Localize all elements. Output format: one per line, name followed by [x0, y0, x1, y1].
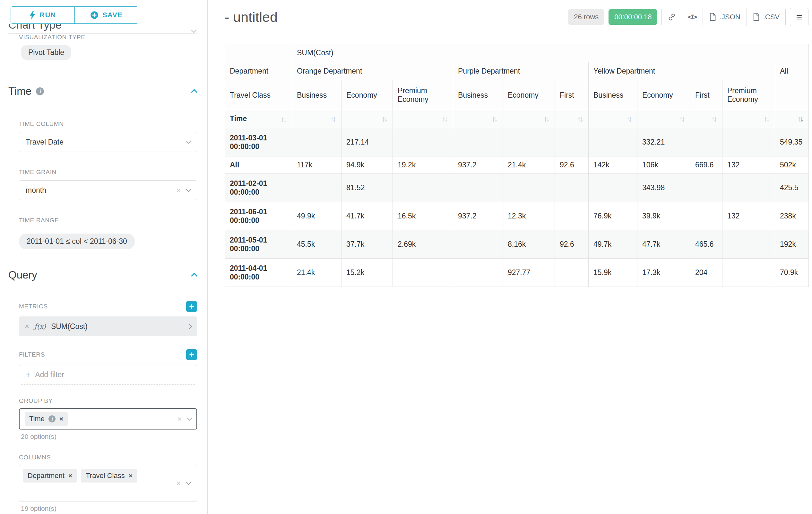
dept-header-cell: Orange Department: [292, 62, 453, 80]
columns-tag-label: Department: [28, 471, 64, 480]
sort-icon[interactable]: ↑↓: [382, 115, 388, 123]
export-csv-button[interactable]: .CSV: [746, 8, 785, 26]
add-filter-button[interactable]: + Add filter: [19, 364, 197, 384]
chart-title[interactable]: - untitled: [225, 9, 278, 25]
row-axis-label[interactable]: Time↑↓: [225, 110, 292, 128]
remove-metric-icon[interactable]: ×: [25, 322, 29, 331]
chevron-up-icon[interactable]: [191, 89, 197, 96]
columns-select[interactable]: Department × Travel Class × ×: [19, 465, 197, 502]
sort-icon[interactable]: ↑↓: [330, 115, 336, 123]
sort-header-cell[interactable]: ↑↓: [775, 110, 809, 128]
sort-header-cell[interactable]: ↑↓: [453, 110, 503, 128]
function-icon: ƒ(x): [34, 323, 46, 330]
sort-header-cell[interactable]: ↑↓: [393, 110, 453, 128]
pivot-cell: 217.14: [342, 128, 393, 157]
embed-code-button[interactable]: </>: [682, 8, 702, 26]
copy-link-button[interactable]: [662, 8, 682, 26]
save-button[interactable]: SAVE: [75, 7, 138, 23]
sort-icon[interactable]: ↑↓: [679, 115, 685, 123]
sort-header-cell[interactable]: ↑↓: [589, 110, 637, 128]
remove-tag-icon[interactable]: ×: [59, 415, 63, 423]
remove-tag-icon[interactable]: ×: [129, 472, 133, 480]
time-range-value[interactable]: 2011-01-01 ≤ col < 2011-06-30: [19, 234, 135, 249]
pivot-sort-row: Time↑↓↑↓↑↓↑↓↑↓↑↓↑↓↑↓↑↓↑↓↑↓↑↓: [225, 110, 809, 128]
time-grain-select[interactable]: month ×: [19, 180, 197, 200]
app: RUN SAVE Chart Type VISUALIZATION TYPE P…: [0, 0, 812, 514]
sort-icon[interactable]: ↑↓: [711, 115, 717, 123]
chevron-down-icon[interactable]: [186, 139, 191, 144]
pivot-cell: 238k: [775, 202, 809, 230]
class-header-cell: First: [555, 80, 589, 110]
chevron-up-icon[interactable]: [191, 273, 197, 279]
table-row: All117k94.9k19.2k937.221.4k92.6142k106k6…: [225, 157, 809, 174]
pivot-cell: [722, 174, 775, 202]
pivot-cell: 927.77: [503, 259, 555, 287]
group-by-select[interactable]: Time i × ×: [19, 408, 197, 430]
remove-tag-icon[interactable]: ×: [68, 472, 72, 480]
time-column-select[interactable]: Travel Date: [19, 132, 197, 152]
pivot-cell: 21.4k: [503, 157, 555, 174]
chart-panel: - untitled 26 rows 00:00:00.18 </> .JSON: [208, 0, 812, 514]
metric-chip[interactable]: × ƒ(x) SUM(Cost): [19, 317, 197, 336]
chevron-down-icon[interactable]: [186, 480, 191, 485]
menu-icon: ≡: [796, 11, 802, 23]
row-header-cell: 2011-05-01 00:00:00: [225, 230, 292, 259]
add-metric-button[interactable]: +: [186, 301, 197, 312]
dept-header-cell: Yellow Department: [589, 62, 775, 80]
pivot-cell: 425.5: [775, 174, 809, 202]
clear-icon[interactable]: ×: [176, 186, 181, 194]
metric-chip-label: SUM(Cost): [51, 322, 88, 331]
clear-icon[interactable]: ×: [177, 415, 182, 423]
export-json-button[interactable]: .JSON: [702, 8, 746, 26]
sort-header-cell[interactable]: ↑↓: [555, 110, 589, 128]
pivot-cell: [453, 230, 503, 259]
chart-header: - untitled 26 rows 00:00:00.18 </> .JSON: [225, 8, 809, 26]
pivot-cell: [453, 128, 503, 157]
sort-icon[interactable]: ↑↓: [281, 115, 287, 124]
clear-icon[interactable]: ×: [176, 479, 181, 487]
sort-icon[interactable]: ↑↓: [626, 115, 632, 123]
run-button-label: RUN: [39, 11, 56, 19]
pivot-cell: 92.6: [555, 157, 589, 174]
pivot-cell: 49.7k: [589, 230, 637, 259]
pivot-cell: [555, 128, 589, 157]
add-filter-label: Add filter: [35, 371, 64, 379]
table-row: 2011-03-01 00:00:00217.14332.21549.35: [225, 128, 809, 157]
columns-tag-label: Travel Class: [86, 471, 124, 480]
sort-header-cell[interactable]: ↑↓: [503, 110, 555, 128]
sort-descending-icon[interactable]: ↑↓: [798, 115, 804, 123]
pivot-cell: 669.6: [690, 157, 722, 174]
pivot-cell: 117k: [292, 157, 342, 174]
sort-header-cell[interactable]: ↑↓: [690, 110, 722, 128]
chevron-right-icon[interactable]: [187, 324, 192, 329]
sort-icon[interactable]: ↑↓: [544, 115, 550, 123]
visualization-type-value[interactable]: Pivot Table: [21, 45, 71, 60]
pivot-cell: [503, 174, 555, 202]
more-options-button[interactable]: ≡: [790, 8, 809, 26]
class-header-cell: Premium Economy: [722, 80, 775, 110]
sort-icon[interactable]: ↑↓: [577, 115, 583, 123]
pivot-header-row: DepartmentOrange DepartmentPurple Depart…: [225, 62, 809, 80]
sort-header-cell[interactable]: ↑↓: [292, 110, 342, 128]
chevron-down-icon[interactable]: [186, 187, 191, 192]
add-filter-plus-button[interactable]: +: [186, 349, 197, 360]
file-icon: [709, 13, 716, 21]
pivot-cell: [722, 259, 775, 287]
class-header-cell: Business: [589, 80, 637, 110]
info-icon: i: [36, 87, 44, 96]
sort-icon[interactable]: ↑↓: [442, 115, 448, 123]
pivot-cell: 21.4k: [292, 259, 342, 287]
chevron-down-icon[interactable]: [187, 416, 192, 421]
run-button[interactable]: RUN: [11, 7, 75, 23]
sort-header-cell[interactable]: ↑↓: [722, 110, 775, 128]
sort-header-cell[interactable]: ↑↓: [637, 110, 690, 128]
sort-icon[interactable]: ↑↓: [492, 115, 498, 123]
columns-label: COLUMNS: [19, 454, 207, 461]
class-header-cell: Economy: [342, 80, 393, 110]
pivot-cell: 81.52: [342, 174, 393, 202]
run-save-button-group: RUN SAVE: [10, 6, 138, 24]
table-row: 2011-06-01 00:00:0049.9k41.7k16.5k937.21…: [225, 202, 809, 230]
sort-icon[interactable]: ↑↓: [764, 115, 770, 123]
sort-header-cell[interactable]: ↑↓: [342, 110, 393, 128]
pivot-cell: 192k: [775, 230, 809, 259]
